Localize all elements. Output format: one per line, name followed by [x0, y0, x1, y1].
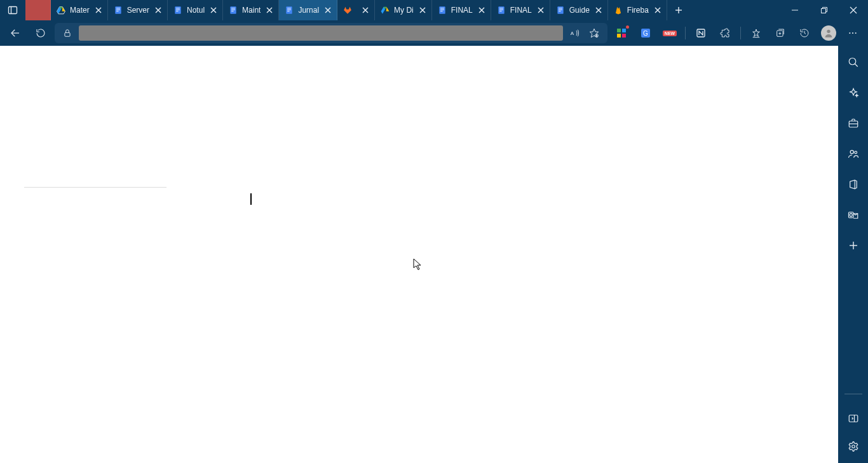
svg-marker-90 — [414, 259, 421, 270]
tab-10[interactable]: Guide — [550, 0, 608, 20]
close-window-button[interactable] — [839, 0, 868, 20]
gear-icon — [848, 441, 859, 452]
close-icon[interactable] — [593, 5, 604, 15]
favorites-button[interactable] — [745, 23, 768, 43]
svg-rect-53 — [559, 8, 562, 9]
svg-point-99 — [850, 213, 852, 216]
tab-1[interactable]: Mater — [51, 0, 108, 20]
svg-rect-22 — [231, 10, 235, 10]
new-tab-button[interactable] — [667, 0, 690, 20]
extensions-button[interactable] — [714, 23, 736, 43]
svg-rect-49 — [499, 11, 502, 11]
tab-11[interactable]: Fireba — [608, 0, 667, 20]
close-icon[interactable] — [323, 5, 333, 15]
notification-dot — [626, 25, 629, 29]
svg-rect-47 — [499, 8, 503, 9]
svg-rect-16 — [176, 10, 180, 10]
minimize-icon — [791, 6, 799, 14]
close-icon[interactable] — [360, 5, 370, 15]
tab-4[interactable]: Maint — [223, 0, 279, 20]
svg-rect-54 — [559, 10, 562, 10]
sidebar-office[interactable] — [842, 174, 865, 195]
svg-rect-8 — [115, 6, 121, 14]
read-aloud-button[interactable]: A — [566, 24, 585, 42]
sidebar-add[interactable] — [842, 235, 865, 256]
svg-rect-55 — [559, 11, 561, 11]
content-row — [0, 46, 868, 463]
svg-rect-52 — [557, 6, 563, 14]
tab-3[interactable]: Notul — [168, 0, 223, 20]
docs-icon — [437, 5, 447, 15]
svg-point-96 — [854, 151, 857, 154]
sidebar-outlook[interactable] — [842, 205, 865, 225]
sidebar-search[interactable] — [842, 52, 865, 73]
sidebar-tools[interactable] — [842, 113, 865, 134]
close-icon[interactable] — [653, 5, 663, 15]
back-button[interactable] — [4, 23, 27, 43]
docs-icon — [496, 5, 506, 15]
new-badge: NEW — [663, 31, 677, 36]
tab-0[interactable] — [25, 0, 51, 20]
collections-button[interactable] — [769, 23, 792, 43]
close-icon[interactable] — [264, 5, 275, 15]
tab-label: Mater — [70, 6, 90, 15]
office-icon — [848, 179, 859, 190]
maximize-button[interactable] — [810, 0, 839, 20]
docs-icon — [555, 5, 566, 15]
extension-new[interactable]: NEW — [658, 23, 681, 43]
sidebar-skype[interactable] — [842, 144, 865, 164]
site-info-button[interactable] — [58, 24, 76, 42]
svg-rect-76 — [617, 34, 621, 38]
translate-icon: G — [641, 28, 651, 38]
refresh-icon — [36, 28, 46, 38]
tab-6[interactable] — [337, 0, 375, 20]
read-aloud-icon: A — [570, 28, 580, 38]
extension-1[interactable] — [610, 23, 633, 43]
plus-icon — [848, 240, 858, 251]
browser-toolbar: A G NEW — [0, 20, 868, 46]
menu-button[interactable] — [841, 23, 864, 43]
sidebar-hide[interactable] — [842, 408, 865, 429]
sidebar-settings[interactable] — [842, 436, 865, 457]
refresh-button[interactable] — [29, 23, 52, 43]
more-icon — [848, 28, 858, 38]
drive-icon — [56, 5, 66, 15]
tab-label: Fireba — [627, 6, 649, 15]
close-icon[interactable] — [208, 5, 219, 15]
outlook-icon — [848, 209, 859, 221]
docs-icon — [228, 5, 238, 15]
svg-rect-11 — [116, 11, 119, 11]
toolbar-separator — [740, 27, 741, 39]
tab-5-active[interactable]: Jurnal — [279, 0, 337, 20]
profile-button[interactable] — [817, 23, 840, 43]
tab-9[interactable]: FINAL — [491, 0, 550, 20]
minimize-button[interactable] — [780, 0, 810, 20]
tab-8[interactable]: FINAL — [432, 0, 491, 20]
extension-translate[interactable]: G — [634, 23, 657, 43]
svg-line-92 — [855, 64, 858, 67]
address-bar[interactable]: A — [55, 23, 607, 43]
svg-rect-48 — [499, 10, 503, 10]
extension-notion[interactable] — [689, 23, 712, 43]
sidebar-discover[interactable] — [842, 83, 865, 103]
close-icon[interactable] — [536, 5, 546, 15]
close-icon[interactable] — [93, 5, 104, 15]
svg-rect-0 — [9, 7, 17, 14]
page-viewport[interactable] — [0, 46, 838, 463]
tab-2[interactable]: Server — [108, 0, 168, 20]
tab-7[interactable]: My Di — [375, 0, 432, 20]
plus-icon — [674, 6, 683, 15]
close-icon[interactable] — [477, 5, 487, 15]
url-input[interactable] — [79, 25, 563, 41]
svg-rect-27 — [287, 8, 291, 9]
svg-rect-23 — [231, 11, 234, 11]
history-icon — [799, 28, 810, 38]
svg-rect-10 — [116, 10, 120, 10]
close-icon[interactable] — [417, 5, 428, 15]
close-icon[interactable] — [153, 5, 163, 15]
svg-rect-17 — [176, 11, 179, 11]
outline-divider — [24, 187, 166, 188]
favorite-button[interactable] — [585, 24, 604, 42]
history-button[interactable] — [793, 23, 816, 43]
tab-actions-button[interactable] — [0, 0, 25, 20]
